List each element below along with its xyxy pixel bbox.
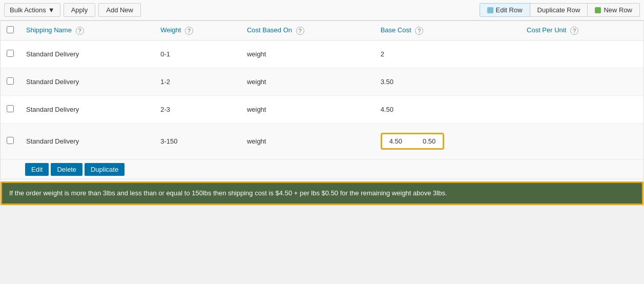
row-shipping-name: Standard Delivery <box>20 124 154 159</box>
row-cost-based-on: weight <box>241 40 375 68</box>
row-base-cost: 4.500.50 <box>375 124 521 159</box>
row-delete-button[interactable]: Delete <box>51 163 82 176</box>
row-weight: 0-1 <box>154 40 241 68</box>
table-row: Standard Delivery2-3weight4.50 <box>1 96 643 124</box>
apply-button[interactable]: Apply <box>64 3 96 17</box>
row-actions-bar: Edit Delete Duplicate <box>1 159 643 179</box>
row-check-cell <box>1 124 20 159</box>
add-new-button[interactable]: Add New <box>98 3 141 17</box>
weight-help-icon[interactable]: ? <box>185 27 193 35</box>
row-cost-per-unit <box>521 68 643 96</box>
table-header-row: Shipping Name ? Weight ? Cost Based On ?… <box>1 21 643 40</box>
header-cost-per-unit: Cost Per Unit ? <box>521 21 643 40</box>
duplicate-row-button[interactable]: Duplicate Row <box>530 3 588 17</box>
highlighted-cost-per-unit: 0.50 <box>423 137 435 145</box>
select-all-checkbox[interactable] <box>7 26 14 33</box>
row-check-cell <box>1 40 20 68</box>
edit-row-label: Edit Row <box>496 6 523 14</box>
toolbar: Bulk Actions ▼ Apply Add New Edit Row Du… <box>0 0 644 21</box>
edit-row-button[interactable]: Edit Row <box>480 3 530 17</box>
cost-based-on-help-icon[interactable]: ? <box>296 27 304 35</box>
shipping-table-container: Shipping Name ? Weight ? Cost Based On ?… <box>0 21 644 206</box>
row-shipping-name: Standard Delivery <box>20 40 154 68</box>
header-weight: Weight ? <box>154 21 241 40</box>
info-bar-text: If the order weight is more than 3lbs an… <box>9 189 447 197</box>
row-checkbox[interactable] <box>7 105 14 112</box>
row-shipping-name: Standard Delivery <box>20 96 154 124</box>
row-cost-per-unit <box>521 40 643 68</box>
row-base-cost: 2 <box>375 40 521 68</box>
new-row-indicator <box>595 7 601 13</box>
row-cost-per-unit <box>521 96 643 124</box>
header-cost-based-on: Cost Based On ? <box>241 21 375 40</box>
row-weight: 1-2 <box>154 68 241 96</box>
row-base-cost: 3.50 <box>375 68 521 96</box>
row-cost-based-on: weight <box>241 96 375 124</box>
bulk-actions-button[interactable]: Bulk Actions ▼ <box>4 3 60 17</box>
header-check <box>1 21 20 40</box>
row-check-cell <box>1 68 20 96</box>
row-checkbox[interactable] <box>7 137 14 144</box>
table-row: Standard Delivery3-150weight4.500.50 <box>1 124 643 159</box>
new-row-label: New Row <box>604 6 632 14</box>
row-checkbox[interactable] <box>7 50 14 57</box>
bulk-actions-chevron-icon: ▼ <box>48 6 55 14</box>
row-checkbox[interactable] <box>7 77 14 85</box>
row-duplicate-button[interactable]: Duplicate <box>85 163 124 176</box>
row-edit-button[interactable]: Edit <box>25 163 49 176</box>
edit-row-indicator <box>487 7 493 13</box>
row-weight: 2-3 <box>154 96 241 124</box>
header-shipping-name: Shipping Name ? <box>20 21 154 40</box>
row-check-cell <box>1 96 20 124</box>
row-base-cost: 4.50 <box>375 96 521 124</box>
highlighted-base-cost: 4.50 <box>389 137 402 145</box>
new-row-button[interactable]: New Row <box>588 3 640 17</box>
cost-per-unit-help-icon[interactable]: ? <box>570 27 578 35</box>
table-row: Standard Delivery1-2weight3.50 <box>1 68 643 96</box>
shipping-name-help-icon[interactable]: ? <box>76 27 84 35</box>
table-row: Standard Delivery0-1weight2 <box>1 40 643 68</box>
row-weight: 3-150 <box>154 124 241 159</box>
header-base-cost: Base Cost ? <box>375 21 521 40</box>
row-cost-based-on: weight <box>241 124 375 159</box>
row-cost-per-unit <box>521 124 643 159</box>
row-shipping-name: Standard Delivery <box>20 68 154 96</box>
bulk-actions-label: Bulk Actions <box>10 6 46 14</box>
shipping-table: Shipping Name ? Weight ? Cost Based On ?… <box>1 21 643 159</box>
duplicate-row-label: Duplicate Row <box>537 6 580 14</box>
base-cost-help-icon[interactable]: ? <box>415 27 423 35</box>
toolbar-right: Edit Row Duplicate Row New Row <box>480 3 640 17</box>
info-bar: If the order weight is more than 3lbs an… <box>1 181 643 205</box>
row-cost-based-on: weight <box>241 68 375 96</box>
